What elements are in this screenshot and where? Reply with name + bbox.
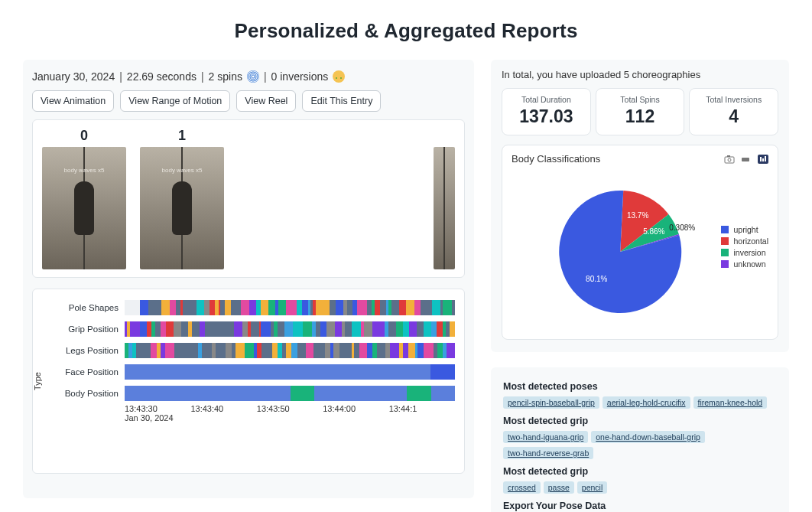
- svg-rect-7: [765, 156, 766, 161]
- pie-label-horizontal: 13.7%: [627, 211, 648, 220]
- thumbnail-index: 1: [178, 128, 186, 144]
- export-heading: Export Your Pose Data: [503, 501, 777, 511]
- tag-pill[interactable]: passe: [544, 481, 574, 494]
- tag-pill[interactable]: aerial-leg-hold-crucifix: [603, 396, 690, 409]
- meta-sep: |: [264, 70, 267, 83]
- timeline-row-label: Face Position: [42, 367, 119, 377]
- legend-item[interactable]: horizontal: [721, 236, 768, 246]
- tag-pill[interactable]: pencil-spin-baseball-grip: [503, 396, 599, 409]
- view-range-of-motion-button[interactable]: View Range of Motion: [120, 90, 230, 112]
- tag-pill[interactable]: fireman-knee-hold: [693, 396, 768, 409]
- thumbnail-index: 0: [80, 128, 88, 144]
- aggregate-intro: In total, you have uploaded 5 choreograp…: [502, 69, 778, 80]
- legend-label: unknown: [733, 259, 765, 269]
- timeline-row: Grip Position: [42, 318, 455, 340]
- meta-sep: |: [119, 70, 122, 83]
- stat-card: Total Spins112: [596, 88, 685, 135]
- x-tick: 13:43:50: [257, 404, 323, 413]
- entry-date: January 30, 2024: [32, 70, 115, 83]
- plotly-logo-icon[interactable]: [758, 155, 768, 164]
- legend-swatch: [721, 249, 729, 256]
- view-reel-button[interactable]: View Reel: [236, 90, 296, 112]
- timeline-x-axis: 13:43:3013:43:4013:43:5013:44:0013:44:1: [125, 404, 455, 413]
- stat-label: Total Inversions: [694, 95, 773, 104]
- timeline-row: Body Position: [42, 383, 455, 404]
- zoom-icon[interactable]: [741, 155, 752, 164]
- timeline-bars[interactable]: [125, 300, 455, 315]
- svg-rect-3: [742, 158, 749, 161]
- thumbnail-item[interactable]: 0 body waves x5: [42, 128, 126, 269]
- upside-down-face-icon: [333, 70, 345, 83]
- legend-swatch: [721, 226, 729, 233]
- timeline-row-label: Body Position: [42, 389, 119, 398]
- tag-pill[interactable]: pencil: [577, 481, 607, 494]
- timeline-row: Pole Shapes: [42, 297, 455, 318]
- timeline-bars[interactable]: [125, 321, 455, 337]
- thumbnail-caption: body waves x5: [140, 167, 224, 174]
- edit-entry-button[interactable]: Edit This Entry: [302, 90, 381, 112]
- stat-value: 4: [694, 106, 773, 127]
- timeline-x-axis-sub: Jan 30, 2024: [125, 413, 455, 422]
- aggregate-panel: In total, you have uploaded 5 choreograp…: [491, 60, 789, 352]
- thumbnails-panel: 0 body waves x5 1 body waves x5: [32, 119, 465, 278]
- thumbnail-item[interactable]: [434, 128, 455, 269]
- x-tick: 13:43:40: [190, 404, 256, 413]
- legend-label: horizontal: [733, 236, 768, 246]
- pie-chart[interactable]: 13.7%5.86%0.308%80.1%: [512, 168, 713, 328]
- entry-seconds: 22.69 seconds: [127, 70, 197, 83]
- camera-icon[interactable]: [724, 155, 735, 164]
- legend-label: upright: [733, 225, 758, 234]
- detected-grip2-heading: Most detected grip: [503, 466, 777, 477]
- intro-count: 5: [624, 69, 629, 80]
- stat-label: Total Duration: [507, 95, 586, 104]
- view-animation-button[interactable]: View Animation: [32, 90, 114, 112]
- spiral-icon: [247, 70, 259, 83]
- pie-label-upright: 80.1%: [586, 275, 607, 283]
- timeline-bars[interactable]: [125, 343, 455, 358]
- timeline-row-label: Legs Position: [42, 346, 119, 355]
- svg-rect-2: [727, 155, 730, 157]
- tag-pill[interactable]: crossed: [503, 481, 541, 494]
- entry-inversions: 0 inversions: [271, 70, 329, 83]
- timeline-bars[interactable]: [125, 386, 455, 401]
- legend-item[interactable]: upright: [721, 225, 768, 234]
- legend-item[interactable]: inversion: [721, 248, 768, 257]
- stat-value: 137.03: [507, 106, 586, 127]
- body-classifications-card: Body Classifications 13.7%5.86%0.308%80.…: [502, 145, 778, 340]
- timeline-bars[interactable]: [125, 364, 455, 380]
- legend-item[interactable]: unknown: [721, 259, 768, 269]
- timeline-panel: Type Pole ShapesGrip PositionLegs Positi…: [32, 289, 465, 474]
- timeline-row: Face Position: [42, 361, 455, 383]
- x-tick: 13:44:1: [389, 404, 455, 413]
- svg-rect-5: [760, 157, 762, 161]
- pie-label-unknown: 0.308%: [669, 223, 695, 232]
- intro-prefix: In total, you have uploaded: [502, 69, 624, 80]
- legend-swatch: [721, 237, 729, 245]
- chart-toolbar: [724, 155, 768, 164]
- svg-rect-0: [725, 157, 734, 163]
- thumbnail-image: body waves x5: [140, 147, 224, 269]
- timeline-row-label: Pole Shapes: [42, 303, 119, 312]
- legend-label: inversion: [733, 248, 765, 257]
- intro-suffix: choreographies: [629, 69, 700, 80]
- svg-point-1: [728, 158, 731, 161]
- timeline-row-label: Grip Position: [42, 324, 119, 334]
- legend-swatch: [721, 260, 729, 268]
- detected-panel: Most detected poses pencil-spin-baseball…: [491, 367, 789, 512]
- svg-rect-6: [762, 158, 764, 161]
- thumbnail-item[interactable]: 1 body waves x5: [140, 128, 224, 269]
- timeline-y-axis-label: Type: [33, 372, 42, 390]
- detected-grip-heading: Most detected grip: [503, 416, 777, 426]
- thumbnail-image: [434, 147, 455, 269]
- tag-pill[interactable]: two-hand-reverse-grab: [503, 447, 593, 459]
- thumbnail-caption: body waves x5: [42, 167, 126, 174]
- detected-poses-heading: Most detected poses: [503, 381, 777, 392]
- entry-buttons: View Animation View Range of Motion View…: [32, 90, 465, 112]
- pie-title: Body Classifications: [512, 153, 600, 165]
- tag-pill[interactable]: one-hand-down-baseball-grip: [591, 431, 705, 443]
- x-tick: 13:44:00: [323, 404, 388, 413]
- tag-pill[interactable]: two-hand-iguana-grip: [503, 431, 588, 443]
- stat-value: 112: [601, 106, 680, 127]
- entry-meta: January 30, 2024 | 22.69 seconds | 2 spi…: [32, 69, 465, 90]
- stat-card: Total Inversions4: [689, 88, 778, 135]
